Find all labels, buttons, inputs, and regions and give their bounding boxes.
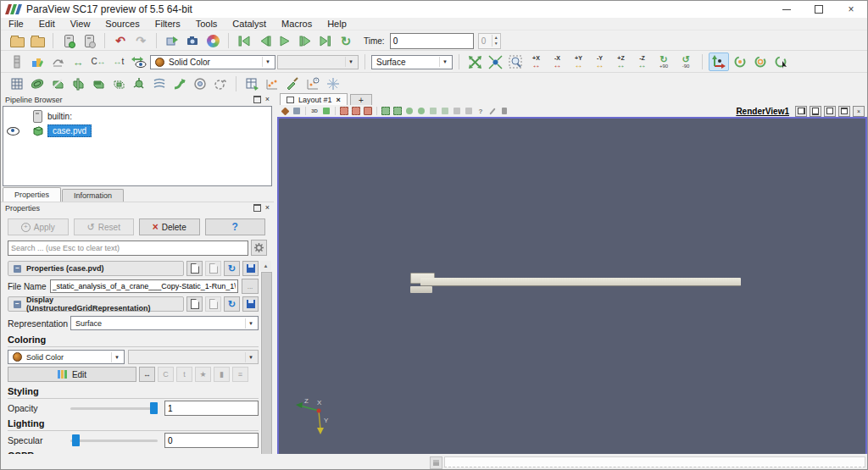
view-capture-button[interactable]: [292, 106, 302, 116]
toggle-3d-button[interactable]: 3D: [309, 106, 320, 116]
undo-button[interactable]: ↶: [111, 32, 130, 49]
rescale-custom-color-button[interactable]: C: [158, 367, 174, 382]
scrollbar-thumb[interactable]: [261, 272, 272, 470]
edit-color-map-button[interactable]: [28, 53, 47, 70]
menu-view[interactable]: View: [63, 19, 98, 29]
section-display-button[interactable]: − Display (UnstructuredGridRepresentatio…: [8, 296, 184, 312]
delete-button[interactable]: ×Delete: [139, 218, 200, 235]
group-datasets-filter-button[interactable]: [191, 75, 209, 92]
paste-display-button[interactable]: [205, 296, 221, 312]
reload-properties-button[interactable]: ↻: [224, 261, 240, 276]
edit-selection-button[interactable]: [487, 106, 498, 116]
slice-filter-button[interactable]: [69, 75, 87, 92]
set-view-minus-z-button[interactable]: -Z↔: [632, 53, 652, 71]
toggle-color-legend-button[interactable]: [8, 53, 26, 70]
stream-tracer-filter-button[interactable]: [150, 75, 169, 92]
select-frustum-cells-button[interactable]: [381, 106, 391, 116]
set-view-plus-z-button[interactable]: +Z↔: [611, 53, 631, 71]
search-input[interactable]: [8, 241, 248, 256]
coloring-array-select[interactable]: Solid Color ▼: [8, 350, 125, 364]
time-input[interactable]: [390, 33, 474, 49]
rotate-90-cw-button[interactable]: ↻+90: [654, 53, 674, 71]
rotate-90-ccw-button[interactable]: ↺-90: [676, 53, 696, 71]
first-frame-button[interactable]: [235, 32, 253, 49]
warp-by-vector-filter-button[interactable]: [170, 75, 189, 92]
spinner-arrows[interactable]: ▲ ▼: [492, 35, 500, 47]
opacity-input[interactable]: [164, 401, 259, 416]
paste-properties-button[interactable]: [205, 261, 221, 276]
rescale-data-range-button[interactable]: [48, 53, 67, 70]
spreadsheet-view-button[interactable]: [242, 75, 261, 92]
properties-scrollbar[interactable]: ▲ ▼: [260, 261, 271, 470]
save-defaults-button[interactable]: [242, 261, 259, 276]
select-cells-on-button[interactable]: [339, 106, 349, 116]
open-file-button[interactable]: [8, 32, 26, 49]
close-panel-icon[interactable]: ×: [265, 96, 270, 103]
pipeline-item-case[interactable]: case.pvd: [3, 124, 271, 138]
maximize-button[interactable]: [803, 1, 835, 18]
selection-help-button[interactable]: ?: [476, 106, 486, 116]
tab-information[interactable]: Information: [62, 189, 124, 202]
delete-selection-button[interactable]: [499, 106, 509, 116]
interactive-select-points-button[interactable]: [440, 106, 450, 116]
interaction-mode-button[interactable]: [709, 53, 729, 71]
apply-button[interactable]: +Apply: [8, 218, 69, 235]
rescale-visible-range-button[interactable]: [130, 53, 148, 70]
rescale-color-button[interactable]: ↔: [139, 367, 155, 382]
view-settings-button[interactable]: [280, 106, 290, 116]
choose-preset-button[interactable]: ★: [195, 367, 211, 382]
select-polygon-cells-button[interactable]: [404, 106, 415, 116]
close-panel-icon[interactable]: ×: [265, 204, 270, 212]
contour-filter-button[interactable]: [28, 75, 47, 92]
close-layout-icon[interactable]: ×: [337, 96, 341, 104]
layout-tab[interactable]: Layout #1 ×: [280, 93, 348, 105]
next-frame-button[interactable]: [296, 32, 314, 49]
spin-up-icon[interactable]: ▲: [492, 35, 500, 41]
split-vertical-button[interactable]: [810, 106, 821, 117]
hover-points-button[interactable]: [464, 106, 474, 116]
menu-file[interactable]: File: [1, 19, 31, 29]
close-button[interactable]: ×: [835, 1, 867, 18]
rescale-custom-range-button[interactable]: C↔: [89, 53, 108, 70]
select-block-button[interactable]: [363, 106, 373, 116]
rescale-temporal-range-button[interactable]: ↔t: [109, 53, 128, 70]
clip-filter-button[interactable]: [48, 75, 67, 92]
plot-selection-over-time-button[interactable]: [303, 75, 322, 92]
set-view-plus-y-button[interactable]: +Y↔: [569, 53, 588, 71]
capture-screenshot-button[interactable]: [183, 32, 202, 49]
pick-center-button[interactable]: [771, 53, 790, 70]
previous-frame-button[interactable]: [255, 32, 274, 49]
representation-select[interactable]: Surface ▼: [70, 316, 259, 330]
select-points-on-button[interactable]: [351, 106, 361, 116]
interactive-select-cells-button[interactable]: [428, 106, 438, 116]
undock-panel-icon[interactable]: [253, 96, 261, 103]
edit-color-button[interactable]: Edit: [8, 367, 136, 382]
undock-panel-icon[interactable]: [253, 204, 261, 212]
pipeline-item-builtin[interactable]: builtin:: [3, 109, 271, 124]
extract-subset-filter-button[interactable]: [109, 75, 128, 92]
redo-button[interactable]: ↷: [131, 32, 150, 49]
select-frustum-points-button[interactable]: [392, 106, 403, 116]
search-options-button[interactable]: [251, 240, 267, 256]
histogram-button[interactable]: [324, 75, 342, 92]
calculator-filter-button[interactable]: [8, 75, 26, 92]
glyph-filter-button[interactable]: [130, 75, 148, 92]
representation-combo[interactable]: Surface ▼: [371, 55, 453, 69]
case-pvd-label[interactable]: case.pvd: [47, 124, 92, 137]
help-button[interactable]: ?: [205, 218, 266, 235]
plot-over-line-button[interactable]: [263, 75, 281, 92]
reset-camera-button[interactable]: [465, 53, 484, 70]
color-advanced-button[interactable]: ≡: [232, 367, 248, 382]
opacity-slider-handle[interactable]: [150, 402, 158, 414]
render-view-canvas[interactable]: Z X Y: [277, 117, 867, 456]
progress-detail-button[interactable]: [430, 456, 442, 469]
menu-tools[interactable]: Tools: [188, 19, 225, 29]
menu-filters[interactable]: Filters: [147, 19, 188, 29]
browse-button[interactable]: ...: [242, 279, 259, 294]
menu-edit[interactable]: Edit: [31, 19, 63, 29]
play-button[interactable]: [275, 32, 294, 49]
set-view-minus-x-button[interactable]: -X↔: [548, 53, 567, 71]
set-view-plus-x-button[interactable]: +X↔: [526, 53, 546, 71]
zoom-to-data-button[interactable]: [486, 53, 504, 70]
maximize-view-button[interactable]: [824, 106, 836, 117]
